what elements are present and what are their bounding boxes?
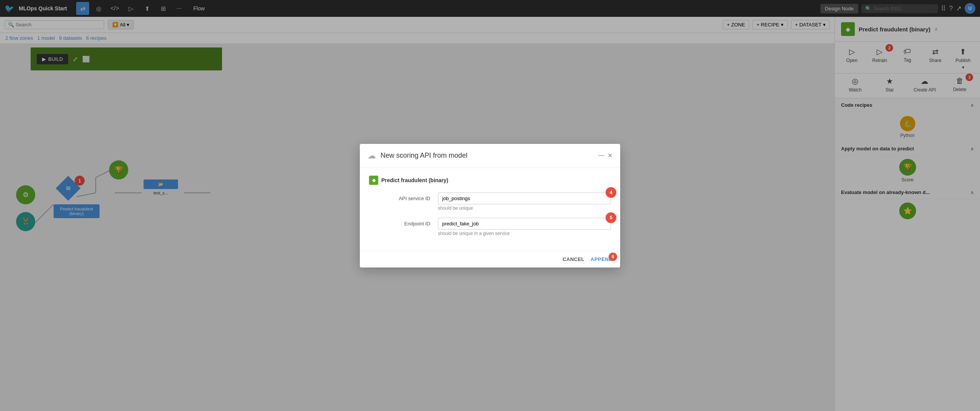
modal-close-button[interactable]: ✕	[608, 152, 612, 159]
api-service-id-row: API service ID 4 should be unique	[369, 192, 611, 211]
endpoint-id-label: Endpoint ID	[369, 218, 430, 227]
modal-footer: CANCEL APPEND 6	[360, 251, 620, 267]
badge-4: 4	[606, 187, 616, 198]
modal-minimize-button[interactable]: —	[598, 152, 604, 159]
endpoint-id-input-wrap: 5 should be unique in a given service	[438, 218, 611, 236]
modal-model-icon: ◆	[369, 176, 378, 185]
modal-subtitle-text: Predict fraudulent (binary)	[381, 177, 448, 183]
modal-overlay: ☁ New scoring API from model — ✕ ◆ Predi…	[0, 0, 980, 411]
cancel-button[interactable]: CANCEL	[563, 256, 585, 262]
modal-title: New scoring API from model	[381, 152, 594, 160]
modal-subtitle: ◆ Predict fraudulent (binary)	[369, 176, 611, 185]
api-service-id-hint: should be unique	[438, 206, 611, 211]
modal-controls: — ✕	[598, 152, 612, 159]
api-service-id-input[interactable]	[438, 192, 611, 204]
badge-5: 5	[606, 212, 616, 223]
append-button-wrap: APPEND 6	[591, 256, 612, 262]
api-service-id-label: API service ID	[369, 192, 430, 201]
endpoint-id-hint: should be unique in a given service	[438, 231, 611, 236]
badge-6: 6	[609, 253, 617, 261]
endpoint-id-input[interactable]	[438, 218, 611, 230]
modal: ☁ New scoring API from model — ✕ ◆ Predi…	[360, 144, 620, 267]
modal-cloud-icon: ☁	[368, 151, 376, 161]
endpoint-id-row: Endpoint ID 5 should be unique in a give…	[369, 218, 611, 236]
modal-body: ◆ Predict fraudulent (binary) API servic…	[360, 168, 620, 251]
modal-header: ☁ New scoring API from model — ✕	[360, 144, 620, 168]
api-service-id-input-wrap: 4 should be unique	[438, 192, 611, 211]
